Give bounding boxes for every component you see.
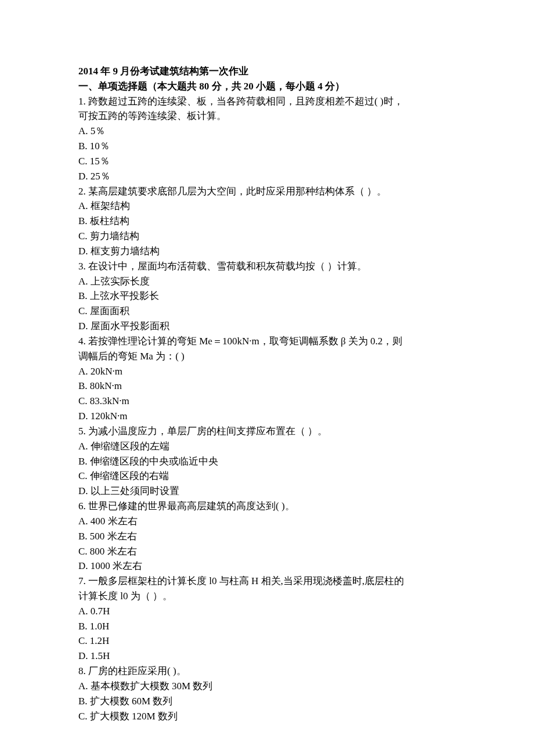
question-option: A. 伸缩缝区段的左端 <box>78 439 459 454</box>
question-option: A. 框架结构 <box>78 199 459 214</box>
question-option: C. 屋面面积 <box>78 304 459 319</box>
question-option: C. 800 米左右 <box>78 544 459 559</box>
questions-container: 1. 跨数超过五跨的连续梁、板，当各跨荷载相同，且跨度相差不超过( )时，可按五… <box>78 94 459 724</box>
question-stem: 1. 跨数超过五跨的连续梁、板，当各跨荷载相同，且跨度相差不超过( )时， <box>78 94 459 109</box>
question-option: D. 1.5H <box>78 649 459 664</box>
question-option: B. 500 米左右 <box>78 529 459 544</box>
question-stem: 6. 世界已修建的世界最高高层建筑的高度达到( )。 <box>78 499 459 514</box>
question-option: C. 1.2H <box>78 633 459 649</box>
question-option: A. 5％ <box>78 124 459 139</box>
question-option: A. 20kN·m <box>78 364 459 379</box>
question-stem: 可按五跨的等跨连续梁、板计算。 <box>78 109 459 124</box>
question-option: D. 25％ <box>78 169 459 184</box>
question-option: B. 80kN·m <box>78 379 459 394</box>
question-option: C. 83.3kN·m <box>78 394 459 409</box>
question-option: B. 上弦水平投影长 <box>78 289 459 304</box>
question-option: D. 屋面水平投影面积 <box>78 319 459 334</box>
question-option: C. 伸缩缝区段的右端 <box>78 469 459 484</box>
question-option: C. 扩大模数 120M 数列 <box>78 709 459 724</box>
question-stem: 计算长度 l0 为（ ）。 <box>78 589 459 604</box>
question-stem: 4. 若按弹性理论计算的弯矩 Me＝100kN·m，取弯矩调幅系数 β 关为 0… <box>78 334 459 349</box>
question-option: A. 上弦实际长度 <box>78 274 459 289</box>
question-stem: 8. 厂房的柱距应采用( )。 <box>78 664 459 679</box>
question-option: B. 板柱结构 <box>78 214 459 229</box>
question-option: C. 剪力墙结构 <box>78 229 459 244</box>
question-option: D. 以上三处须同时设置 <box>78 484 459 499</box>
question-option: A. 0.7H <box>78 604 459 619</box>
question-option: A. 400 米左右 <box>78 514 459 529</box>
question-option: D. 1000 米左右 <box>78 559 459 574</box>
question-stem: 5. 为减小温度应力，单层厂房的柱间支撑应布置在（ ）。 <box>78 424 459 439</box>
doc-title: 2014 年 9 月份考试建筑结构第一次作业 <box>78 64 459 79</box>
question-option: D. 框支剪力墙结构 <box>78 244 459 259</box>
question-option: C. 15％ <box>78 154 459 169</box>
document-page: 2014 年 9 月份考试建筑结构第一次作业 一、单项选择题（本大题共 80 分… <box>0 0 534 756</box>
question-stem: 2. 某高层建筑要求底部几层为大空间，此时应采用那种结构体系（ ）。 <box>78 184 459 199</box>
question-stem: 7. 一般多层框架柱的计算长度 l0 与柱高 H 相关,当采用现浇楼盖时,底层柱… <box>78 574 459 589</box>
question-option: A. 基本模数扩大模数 30M 数列 <box>78 679 459 694</box>
question-option: B. 扩大模数 60M 数列 <box>78 694 459 709</box>
section-heading: 一、单项选择题（本大题共 80 分，共 20 小题，每小题 4 分） <box>78 79 459 94</box>
question-option: B. 1.0H <box>78 619 459 634</box>
question-stem: 3. 在设计中，屋面均布活荷载、雪荷载和积灰荷载均按（ ）计算。 <box>78 259 459 274</box>
question-option: B. 伸缩缝区段的中央或临近中央 <box>78 454 459 469</box>
question-option: B. 10％ <box>78 139 459 154</box>
question-option: D. 120kN·m <box>78 409 459 424</box>
question-stem: 调幅后的弯矩 Ma 为：( ) <box>78 349 459 364</box>
